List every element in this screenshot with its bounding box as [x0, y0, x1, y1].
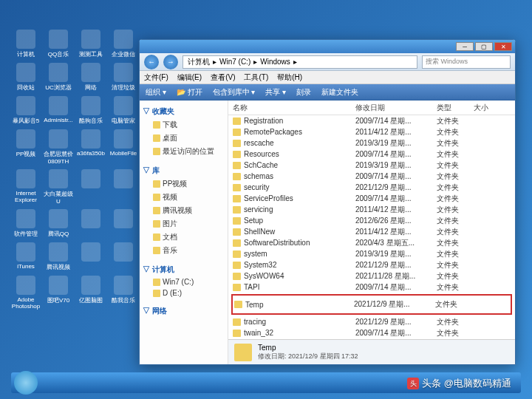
menu-item[interactable]: 编辑(E) [177, 72, 202, 83]
search-input[interactable]: 搜索 Windows [422, 55, 511, 69]
file-row[interactable]: ServiceProfiles2009/7/14 星期...文件夹 [228, 193, 515, 204]
desktop-icon[interactable]: 酷我音乐 [109, 276, 138, 310]
details-name: Temp [258, 344, 358, 352]
file-row[interactable]: tracing2021/12/9 星期...文件夹 [228, 316, 515, 327]
nav-forward-button[interactable]: → [163, 55, 178, 69]
desktop-icon[interactable]: 企业微信 [109, 30, 138, 58]
sidebar-item[interactable]: PP视频 [143, 177, 225, 191]
file-row[interactable]: Setup2012/6/26 星期...文件夹 [228, 215, 515, 226]
col-size[interactable]: 大小 [474, 103, 511, 113]
breadcrumb-segment[interactable]: Windows [260, 58, 290, 66]
desktop-icon[interactable]: 腾讯QQ [44, 209, 73, 238]
desktop-icon[interactable]: 电脑管家 [109, 96, 138, 125]
titlebar[interactable]: ─ ▢ ✕ [140, 40, 515, 53]
desktop-icon[interactable]: 清理垃圾 [109, 63, 138, 92]
desktop-icon[interactable]: 计算机 [11, 30, 41, 58]
desktop-icon[interactable] [76, 169, 106, 205]
breadcrumb-segment[interactable]: Win7 (C:) [219, 58, 250, 66]
desktop-icon[interactable]: iTunes [11, 242, 41, 271]
file-rows: Registration2009/7/14 星期...文件夹RemotePack… [228, 115, 515, 339]
chevron-right-icon: ▸ [253, 58, 257, 66]
desktop-icon[interactable]: 酷狗音乐 [76, 96, 106, 125]
col-type[interactable]: 类型 [437, 103, 474, 113]
minimize-button[interactable]: ─ [456, 42, 474, 51]
desktop-icon[interactable]: 暴风影音5 [11, 96, 41, 125]
desktop-icon[interactable]: 大白菜超级U [44, 169, 73, 205]
sidebar-group-header[interactable]: ▽ 计算机 [143, 263, 225, 276]
menu-item[interactable]: 帮助(H) [277, 72, 302, 83]
desktop-icon[interactable]: 腾讯视频 [44, 242, 73, 271]
sidebar-item[interactable]: 下载 [143, 118, 225, 132]
breadcrumb-bar[interactable]: 计算机▸Win7 (C:)▸Windows▸ [183, 55, 417, 69]
sidebar-group-header[interactable]: ▽ 库 [143, 164, 225, 177]
sidebar-group-header[interactable]: ▽ 网络 [143, 304, 225, 318]
desktop-icon[interactable]: a36fa350b [76, 129, 106, 165]
file-row[interactable]: SchCache2019/3/19 星期...文件夹 [228, 160, 515, 171]
desktop-icon[interactable] [76, 242, 106, 271]
file-row[interactable]: SoftwareDistribution2020/4/3 星期五...文件夹 [228, 237, 515, 248]
desktop-icon[interactable] [109, 169, 138, 205]
desktop-icon[interactable]: PP视频 [11, 129, 41, 165]
desktop-icon[interactable]: UC浏览器 [44, 63, 73, 92]
desktop-icon[interactable]: Adobe Photoshop [11, 276, 41, 310]
file-row[interactable]: ShellNew2011/4/12 星期...文件夹 [228, 226, 515, 237]
breadcrumb-segment[interactable]: 计算机 [188, 57, 210, 67]
file-row[interactable]: rescache2019/3/19 星期...文件夹 [228, 137, 515, 149]
highlighted-temp-folder[interactable]: Temp2021/12/9 星期...文件夹 [231, 294, 512, 315]
start-button[interactable] [14, 371, 38, 395]
sidebar-item[interactable]: 最近访问的位置 [143, 145, 225, 158]
toolbar: 组织 ▾📂 打开包含到库中 ▾共享 ▾刻录新建文件夹 [140, 84, 515, 100]
desktop-icon[interactable]: MobileFile [109, 129, 138, 165]
desktop-icon[interactable]: 亿图脑图 [76, 276, 106, 310]
desktop-icon[interactable]: 网络 [76, 63, 106, 92]
file-list-panel: 名称 修改日期 类型 大小 Registration2009/7/14 星期..… [228, 100, 515, 364]
toolbar-button[interactable]: 刻录 [296, 87, 311, 98]
toolbar-button[interactable]: 组织 ▾ [146, 87, 166, 98]
file-row[interactable]: twain_322009/7/14 星期...文件夹 [228, 327, 515, 338]
file-row[interactable]: System322021/12/9 星期...文件夹 [228, 259, 515, 270]
desktop-icon[interactable] [109, 209, 138, 238]
file-row[interactable]: Resources2009/7/14 星期...文件夹 [228, 149, 515, 160]
toolbar-button[interactable]: 包含到库中 ▾ [213, 87, 256, 98]
file-row[interactable]: SysWOW642021/11/28 星期...文件夹 [228, 270, 515, 282]
column-headers[interactable]: 名称 修改日期 类型 大小 [228, 100, 515, 115]
maximize-button[interactable]: ▢ [475, 42, 493, 51]
col-date[interactable]: 修改日期 [355, 103, 437, 113]
desktop-icon[interactable]: 合肥思慧价0809TH [44, 129, 73, 165]
desktop-icon[interactable]: 测测工具 [76, 30, 106, 58]
desktop-icon[interactable]: 图吧V70 [44, 276, 73, 310]
toolbar-button[interactable]: 📂 打开 [177, 87, 202, 98]
file-row[interactable]: servicing2011/4/12 星期...文件夹 [228, 204, 515, 215]
desktop-icon[interactable]: Administr... [44, 96, 73, 125]
file-row[interactable]: Registration2009/7/14 星期...文件夹 [228, 115, 515, 126]
desktop-icon[interactable]: 软件管理 [11, 209, 41, 238]
desktop-icon[interactable] [76, 209, 106, 238]
file-row[interactable]: system2019/3/19 星期...文件夹 [228, 248, 515, 259]
file-row[interactable]: security2021/12/9 星期...文件夹 [228, 182, 515, 193]
sidebar-item[interactable]: Win7 (C:) [143, 276, 225, 287]
sidebar-item[interactable]: 腾讯视频 [143, 204, 225, 217]
toolbar-button[interactable]: 共享 ▾ [265, 87, 286, 98]
sidebar-item[interactable]: 文档 [143, 231, 225, 244]
col-name[interactable]: 名称 [233, 103, 355, 113]
sidebar-group-header[interactable]: ▽ 收藏夹 [143, 105, 225, 118]
desktop-icon[interactable] [109, 242, 138, 271]
menu-item[interactable]: 工具(T) [244, 72, 268, 83]
file-row[interactable]: TAPI2009/7/14 星期...文件夹 [228, 282, 515, 293]
desktop-icon[interactable]: QQ音乐 [44, 30, 73, 58]
sidebar-item[interactable]: 桌面 [143, 132, 225, 145]
toolbar-button[interactable]: 新建文件夹 [321, 87, 358, 98]
details-pane: Temp 修改日期: 2021/12/9 星期四 17:32 [228, 339, 515, 364]
menu-item[interactable]: 文件(F) [144, 72, 168, 83]
sidebar-item[interactable]: 图片 [143, 217, 225, 231]
nav-back-button[interactable]: ← [144, 55, 159, 69]
file-row[interactable]: RemotePackages2011/4/12 星期...文件夹 [228, 126, 515, 137]
menu-item[interactable]: 查看(V) [211, 72, 235, 83]
close-button[interactable]: ✕ [494, 42, 512, 51]
desktop-icon[interactable]: Internet Explorer [11, 169, 41, 205]
sidebar-item[interactable]: 音乐 [143, 244, 225, 257]
sidebar-item[interactable]: 视频 [143, 191, 225, 204]
desktop-icon[interactable]: 回收站 [11, 63, 41, 92]
file-row[interactable]: schemas2009/7/14 星期...文件夹 [228, 171, 515, 182]
sidebar-item[interactable]: D (E:) [143, 287, 225, 299]
